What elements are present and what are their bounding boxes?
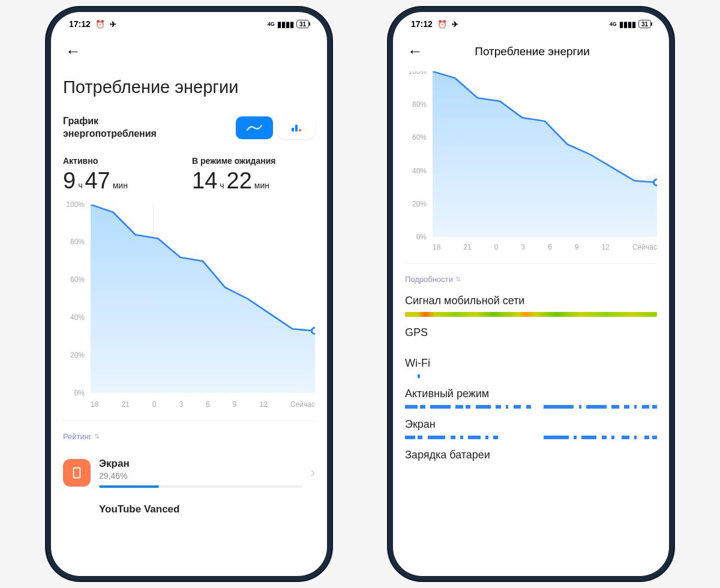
status-bar: 17:12 ⏰ ✈ 4G ▮▮▮▮ 31 [51,12,327,31]
page-title: Потребление энергии [63,77,315,97]
stat-active-label: Активно [63,156,186,166]
header: ← Потребление энергии [393,31,669,71]
svg-rect-0 [292,128,294,131]
sort-icon: ⇅ [455,275,461,283]
active-mode-bar [405,405,657,409]
detail-charging-label: Зарядка батареи [405,449,657,461]
header-title: Потребление энергии [425,45,639,58]
chart-x-axis: 1821036912Сейчас [433,243,657,251]
detail-active-label: Активный режим [405,388,657,400]
battery-chart: 100%80%60%40%20%0% [63,205,315,409]
svg-point-4 [312,328,316,334]
phone-right: 17:12 ⏰ ✈ 4G ▮▮▮▮ 31 ← Потребление энерг… [393,12,669,576]
detail-signal-label: Сигнал мобильной сети [405,295,657,307]
graph-label: Графикэнергопотребления [63,115,157,140]
battery-icon: 31 [638,20,651,28]
status-time: 17:12 [69,19,91,29]
wifi-activity-bar [405,374,657,378]
battery-icon: 31 [296,20,309,28]
telegram-icon: ✈ [110,20,116,29]
stat-standby-label: В режиме ожидания [192,156,315,166]
sort-icon: ⇅ [94,433,100,440]
svg-rect-1 [295,125,298,131]
back-button[interactable]: ← [405,40,425,63]
telegram-icon: ✈ [452,20,458,29]
app-name: Экран [99,458,302,470]
app-row-youtube[interactable]: YouTube Vanced [63,497,315,521]
detail-wifi-label: Wi-Fi [405,357,657,370]
chart-x-axis: 1821036912Сейчас [91,400,315,409]
status-time: 17:12 [411,19,433,29]
detail-screen-label: Экран [405,418,657,431]
signal-4g-icon: 4G [268,21,275,27]
rating-sort[interactable]: Рейтинг ⇅ [63,432,315,441]
svg-rect-5 [74,467,80,478]
chart-bar-toggle[interactable] [278,116,315,139]
bars-icon [290,123,302,133]
chevron-right-icon: › [311,465,315,481]
alarm-icon: ⏰ [95,20,105,29]
gps-activity-bar [405,344,657,347]
app-row-screen[interactable]: Экран 29,46% › [63,452,315,494]
screen-activity-bar [405,436,657,439]
stat-active: Активно 9 ч 47 мин [63,156,186,194]
phone-left: 17:12 ⏰ ✈ 4G ▮▮▮▮ 31 ← Потребление энерг… [51,12,327,576]
screen-icon [63,459,91,487]
svg-rect-2 [299,129,301,131]
header: ← [51,31,327,71]
detail-gps-label: GPS [405,326,657,339]
app-percentage: 29,46% [99,471,302,481]
svg-point-6 [654,179,658,185]
chart-y-axis: 100%80%60%40%20%0% [405,71,430,251]
wave-icon [247,124,262,132]
alarm-icon: ⏰ [437,20,447,29]
chart-y-axis: 100%80%60%40%20%0% [63,205,88,409]
chart-type-toggle [236,116,315,139]
stat-standby: В режиме ожидания 14 ч 22 мин [192,156,315,194]
signal-bars-icon: ▮▮▮▮ [277,20,294,29]
details-sort[interactable]: Подробности ⇅ [405,275,657,284]
back-button[interactable]: ← [63,40,83,63]
chart-line-toggle[interactable] [236,116,273,139]
status-bar: 17:12 ⏰ ✈ 4G ▮▮▮▮ 31 [393,12,669,31]
signal-bars-icon: ▮▮▮▮ [619,20,636,29]
battery-chart: 100%80%60%40%20%0% 1821 [405,71,657,251]
signal-4g-icon: 4G [610,21,617,27]
app-name: YouTube Vanced [99,503,315,515]
signal-strength-bar [405,312,657,317]
